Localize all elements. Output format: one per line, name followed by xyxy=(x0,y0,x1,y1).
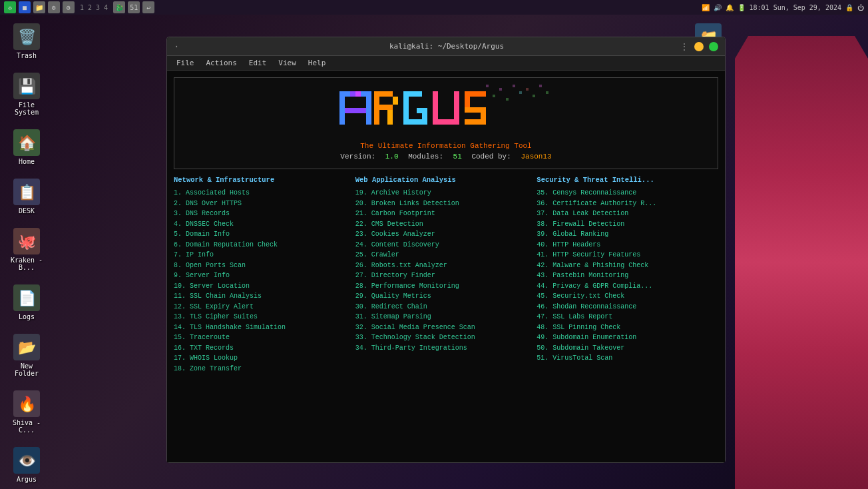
list-item[interactable]: 14. TLS Handshake Simulation xyxy=(174,322,351,333)
list-item[interactable]: 7. IP Info xyxy=(174,250,351,260)
list-item[interactable]: 48. SSL Pinning Check xyxy=(537,322,714,333)
newfolder-icon: 📂 xyxy=(13,334,40,360)
icon-argus[interactable]: 👁️ Argus xyxy=(7,447,47,483)
icon-shiva[interactable]: 🔥 Shiva - C... xyxy=(7,390,47,434)
list-item[interactable]: 17. WHOIS Lookup xyxy=(174,353,351,364)
menu-edit[interactable]: Edit xyxy=(244,57,272,69)
app-icon-5[interactable]: ⚙ xyxy=(63,1,75,13)
list-item[interactable]: 40. HTTP Headers xyxy=(537,240,714,250)
svg-rect-18 xyxy=(433,91,438,125)
list-item[interactable]: 21. Carbon Footprint xyxy=(355,209,533,219)
app-icon-1[interactable]: ♻ xyxy=(4,1,16,13)
list-item[interactable]: 35. Censys Reconnaissance xyxy=(537,188,714,199)
terminal-content[interactable]: The Ultimate Information Gathering Tool … xyxy=(167,71,725,462)
svg-rect-31 xyxy=(519,91,522,94)
banner-box: The Ultimate Information Gathering Tool … xyxy=(174,77,718,169)
taskbar: ♻ ■ 📁 ⚙ ⚙ 1 2 3 4 🐉 51 ↩ 📶 🔊 🔔 🔋 18:01 S… xyxy=(0,0,868,15)
list-item[interactable]: 1. Associated Hosts xyxy=(174,188,351,199)
window-menu-button[interactable]: ⋮ xyxy=(680,42,689,51)
app-icon-8[interactable]: ↩ xyxy=(142,1,154,13)
icon-desk[interactable]: 📋 DESK xyxy=(7,179,47,215)
list-item[interactable]: 3. DNS Records xyxy=(174,209,351,219)
list-item[interactable]: 28. Performance Monitoring xyxy=(355,281,533,292)
decorative-panel xyxy=(735,36,868,489)
list-item[interactable]: 20. Broken Links Detection xyxy=(355,199,533,209)
taskbar-right: 📶 🔊 🔔 🔋 18:01 Sun, Sep 29, 2024 🔒 ⏻ xyxy=(702,4,864,11)
svg-rect-22 xyxy=(465,97,470,107)
list-item[interactable]: 31. Sitemap Parsing xyxy=(355,312,533,322)
list-item[interactable]: 24. Content Discovery xyxy=(355,240,533,250)
window-dot-icon: · xyxy=(174,41,179,52)
list-item[interactable]: 4. DNSSEC Check xyxy=(174,219,351,230)
app-icon-4[interactable]: ⚙ xyxy=(48,1,60,13)
list-item[interactable]: 37. Data Leak Detection xyxy=(537,209,714,219)
list-item[interactable]: 29. Quality Metrics xyxy=(355,291,533,302)
menu-help[interactable]: Help xyxy=(303,57,331,69)
list-item[interactable]: 47. SSL Labs Report xyxy=(537,312,714,322)
list-item[interactable]: 34. Third-Party Integrations xyxy=(355,343,533,354)
window-controls: ⋮ − □ xyxy=(680,42,718,51)
list-item[interactable]: 16. TXT Records xyxy=(174,343,351,354)
list-item[interactable]: 5. Domain Info xyxy=(174,229,351,240)
list-item[interactable]: 6. Domain Reputation Check xyxy=(174,240,351,250)
list-item[interactable]: 36. Certificate Authority R... xyxy=(537,199,714,209)
list-item[interactable]: 11. SSL Chain Analysis xyxy=(174,291,351,302)
window-maximize-button[interactable]: □ xyxy=(709,42,718,51)
volume-icon: 🔊 xyxy=(714,4,722,11)
list-item[interactable]: 22. CMS Detection xyxy=(355,219,533,230)
list-item[interactable]: 23. Cookies Analyzer xyxy=(355,229,533,240)
list-item[interactable]: 39. Global Ranking xyxy=(537,229,714,240)
list-item[interactable]: 38. Firewall Detection xyxy=(537,219,714,230)
icon-kraken[interactable]: 🐙 Kraken - B... xyxy=(7,228,47,271)
list-item[interactable]: 19. Archive History xyxy=(355,188,533,199)
svg-rect-9 xyxy=(393,97,398,105)
list-item[interactable]: 32. Social Media Presence Scan xyxy=(355,322,533,333)
icon-trash[interactable]: 🗑️ Trash xyxy=(7,23,47,59)
list-item[interactable]: 26. Robots.txt Analyzer xyxy=(355,260,533,271)
svg-rect-28 xyxy=(499,88,502,91)
icon-argus-label: Argus xyxy=(17,476,37,483)
list-item[interactable]: 27. Directory Finder xyxy=(355,270,533,281)
window-minimize-button[interactable]: − xyxy=(694,42,704,51)
list-item[interactable]: 41. HTTP Security Features xyxy=(537,250,714,260)
kraken-icon: 🐙 xyxy=(13,228,40,254)
list-item[interactable]: 9. Server Info xyxy=(174,270,351,281)
list-item[interactable]: 10. Server Location xyxy=(174,281,351,292)
app-icon-2[interactable]: ■ xyxy=(19,1,31,13)
icon-home[interactable]: 🏠 Home xyxy=(7,129,47,165)
list-item[interactable]: 50. Subdomain Takeover xyxy=(537,343,714,354)
list-item[interactable]: 49. Subdomain Enumeration xyxy=(537,332,714,343)
datetime: 18:01 xyxy=(750,4,769,11)
list-item[interactable]: 45. Security.txt Check xyxy=(537,291,714,302)
app-icon-3[interactable]: 📁 xyxy=(33,1,45,13)
col3-items: 35. Censys Reconnaissance36. Certificate… xyxy=(537,188,714,364)
col3-header: Security & Threat Intelli... xyxy=(537,176,714,184)
svg-rect-35 xyxy=(546,91,548,94)
app-icon-7[interactable]: 51 xyxy=(128,1,140,13)
list-item[interactable]: 15. Traceroute xyxy=(174,332,351,343)
list-item[interactable]: 51. VirusTotal Scan xyxy=(537,353,714,364)
list-item[interactable]: 44. Privacy & GDPR Complia... xyxy=(537,281,714,292)
list-item[interactable]: 46. Shodan Reconnaissance xyxy=(537,302,714,312)
svg-rect-1 xyxy=(345,91,350,97)
column-webapp: Web Application Analysis 19. Archive His… xyxy=(355,176,537,374)
icon-newfolder[interactable]: 📂 New Folder xyxy=(7,334,47,377)
icon-logs-label: Logs xyxy=(19,313,35,320)
menu-file[interactable]: File xyxy=(171,57,200,69)
list-item[interactable]: 12. SSL Expiry Alert xyxy=(174,302,351,312)
menu-view[interactable]: View xyxy=(273,57,302,69)
app-icon-6[interactable]: 🐉 xyxy=(113,1,125,13)
list-item[interactable]: 13. TLS Cipher Suites xyxy=(174,312,351,322)
svg-rect-33 xyxy=(533,95,535,97)
list-item[interactable]: 2. DNS Over HTTPS xyxy=(174,199,351,209)
list-item[interactable]: 42. Malware & Phishing Check xyxy=(537,260,714,271)
list-item[interactable]: 33. Technology Stack Detection xyxy=(355,332,533,343)
icon-logs[interactable]: 📄 Logs xyxy=(7,284,47,320)
list-item[interactable]: 25. Crawler xyxy=(355,250,533,260)
menu-actions[interactable]: Actions xyxy=(201,57,242,69)
list-item[interactable]: 43. Pastebin Monitoring xyxy=(537,270,714,281)
icon-filesystem[interactable]: 💾 File System xyxy=(7,73,47,116)
list-item[interactable]: 18. Zone Transfer xyxy=(174,364,351,374)
list-item[interactable]: 8. Open Ports Scan xyxy=(174,260,351,271)
list-item[interactable]: 30. Redirect Chain xyxy=(355,302,533,312)
